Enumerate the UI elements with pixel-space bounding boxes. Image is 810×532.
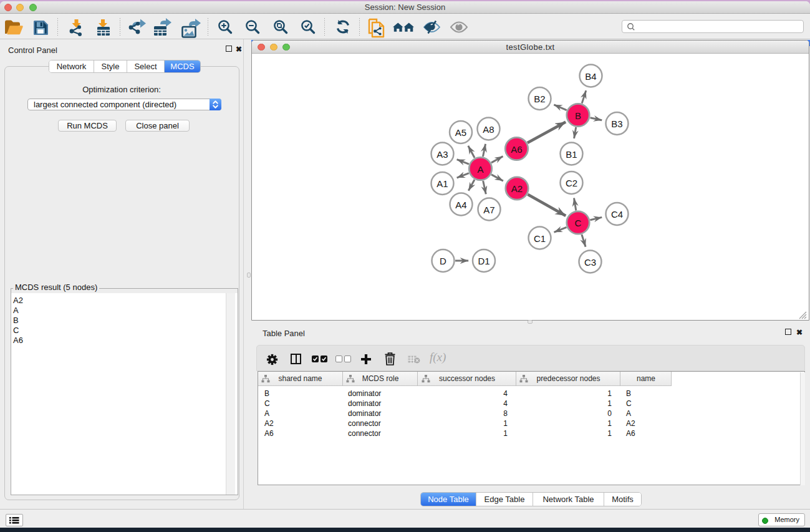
svg-text:A6: A6 bbox=[511, 144, 522, 155]
svg-text:C2: C2 bbox=[566, 178, 577, 188]
svg-text:A2: A2 bbox=[511, 183, 523, 194]
svg-text:A3: A3 bbox=[436, 149, 448, 160]
svg-text:B3: B3 bbox=[611, 118, 622, 129]
svg-text:C3: C3 bbox=[584, 257, 596, 268]
svg-text:A4: A4 bbox=[455, 200, 466, 210]
svg-text:B2: B2 bbox=[534, 94, 545, 104]
svg-text:B4: B4 bbox=[585, 71, 596, 82]
svg-text:B: B bbox=[575, 110, 581, 121]
svg-text:C4: C4 bbox=[611, 209, 623, 220]
svg-text:C: C bbox=[575, 218, 582, 228]
svg-text:D1: D1 bbox=[478, 256, 489, 266]
svg-text:D: D bbox=[440, 256, 446, 266]
svg-text:A7: A7 bbox=[483, 205, 494, 215]
svg-text:A8: A8 bbox=[483, 124, 494, 135]
svg-text:A: A bbox=[477, 164, 483, 175]
svg-text:B1: B1 bbox=[566, 149, 577, 160]
svg-text:A1: A1 bbox=[436, 178, 448, 189]
svg-text:C1: C1 bbox=[534, 233, 546, 244]
svg-text:A5: A5 bbox=[455, 127, 466, 138]
